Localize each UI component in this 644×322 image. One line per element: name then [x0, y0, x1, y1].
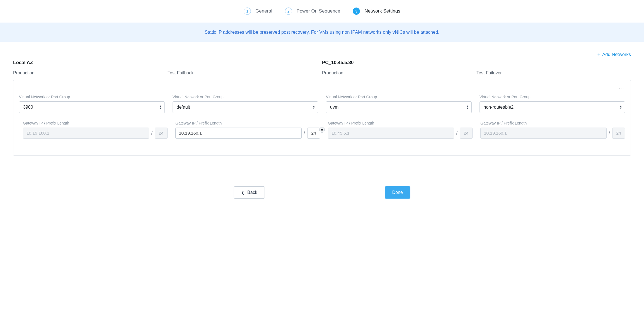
step-number: 2: [285, 8, 292, 15]
local-test-failback-header: Test Failback: [168, 70, 322, 80]
az-headers: Local AZ Production Test Failback PC_10.…: [13, 60, 631, 80]
mapping-connector: [311, 127, 333, 133]
network-mapping-panel: ⋮ Virtual Network or Port Group 3900 ▴▾ …: [13, 80, 631, 156]
field-label: Virtual Network or Port Group: [326, 95, 472, 99]
local-prod-gateway-input: [23, 128, 149, 139]
wizard-stepper: 1 General 2 Power On Sequence 3 Network …: [0, 0, 644, 23]
field-label: Virtual Network or Port Group: [480, 95, 625, 99]
step-network-settings[interactable]: 3 Network Settings: [353, 8, 400, 15]
step-general[interactable]: 1 General: [244, 8, 272, 15]
field-label: Gateway IP / Prefix Length: [23, 121, 168, 125]
back-button[interactable]: ❮ Back: [234, 186, 265, 199]
remote-test-prefix-input: [612, 128, 625, 139]
local-production-header: Production: [13, 70, 168, 80]
add-networks-button[interactable]: + Add Networks: [597, 52, 631, 57]
done-label: Done: [392, 190, 403, 195]
field-label: Virtual Network or Port Group: [173, 95, 318, 99]
step-label: Network Settings: [364, 8, 400, 14]
field-label: Gateway IP / Prefix Length: [328, 121, 473, 125]
remote-prod-network-select[interactable]: uvm: [326, 101, 472, 113]
kebab-menu-icon[interactable]: ⋮: [618, 86, 624, 91]
remote-prod-gateway-input: [328, 128, 454, 139]
slash-divider: /: [304, 131, 305, 136]
gateway-row: Gateway IP / Prefix Length / Gateway IP …: [19, 121, 625, 139]
remote-test-gateway-input: [480, 128, 607, 139]
selected-value: non-routeable2: [484, 105, 514, 110]
info-banner: Static IP addresses will be preserved po…: [0, 23, 644, 42]
step-number: 1: [244, 8, 251, 15]
selected-value: default: [177, 105, 190, 110]
field-label: Gateway IP / Prefix Length: [480, 121, 625, 125]
wizard-footer: ❮ Back Done: [0, 156, 644, 207]
slash-divider: /: [456, 131, 457, 136]
field-label: Gateway IP / Prefix Length: [175, 121, 320, 125]
step-label: Power On Sequence: [297, 8, 340, 14]
remote-prod-prefix-input: [460, 128, 473, 139]
local-prod-prefix-input: [155, 128, 168, 139]
step-label: General: [255, 8, 272, 14]
local-prod-network-select[interactable]: 3900: [19, 101, 165, 113]
network-select-row: Virtual Network or Port Group 3900 ▴▾ Vi…: [19, 95, 625, 113]
slash-divider: /: [151, 131, 152, 136]
local-test-network-select[interactable]: default: [173, 101, 318, 113]
connector-dot-icon: [319, 127, 325, 133]
local-test-gateway-input[interactable]: [175, 128, 302, 139]
local-az-title: Local AZ: [13, 60, 322, 65]
plus-icon: +: [597, 52, 601, 57]
field-label: Virtual Network or Port Group: [19, 95, 165, 99]
add-networks-label: Add Networks: [602, 52, 631, 57]
remote-test-failover-header: Test Failover: [476, 70, 631, 80]
slash-divider: /: [609, 131, 610, 136]
content-area: + Add Networks Local AZ Production Test …: [0, 42, 644, 156]
back-label: Back: [247, 190, 257, 195]
remote-az-title: PC_10.45.5.30: [322, 60, 631, 65]
done-button[interactable]: Done: [385, 186, 410, 199]
chevron-left-icon: ❮: [241, 190, 244, 195]
step-power-on-sequence[interactable]: 2 Power On Sequence: [285, 8, 340, 15]
remote-production-header: Production: [322, 70, 476, 80]
selected-value: 3900: [23, 105, 33, 110]
step-number: 3: [353, 8, 360, 15]
remote-test-network-select[interactable]: non-routeable2: [480, 101, 625, 113]
selected-value: uvm: [330, 105, 338, 110]
